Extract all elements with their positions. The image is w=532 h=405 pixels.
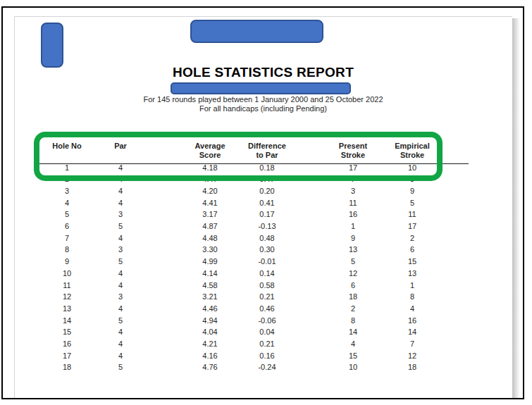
table-cell: 4: [118, 185, 123, 197]
table-cell: 4.14: [202, 268, 217, 280]
table-cell: 4.94: [202, 315, 217, 327]
table-cell: 4.21: [202, 338, 217, 350]
table-cell: 4.99: [202, 256, 217, 268]
table-cell: 0.04: [259, 326, 274, 338]
table-cell: 12: [408, 350, 416, 362]
table-cell: 4: [118, 350, 123, 362]
table-cell: 3: [351, 185, 355, 197]
hole-statistics-table: Hole NoParAverage ScoreDifference to Par…: [0, 0, 532, 405]
table-cell: 8: [351, 315, 355, 327]
table-cell: 9: [65, 256, 69, 268]
table-cell: 3.21: [202, 291, 217, 303]
table-cell: 6: [351, 280, 355, 292]
table-cell: 15: [408, 256, 416, 268]
table-cell: 11: [349, 197, 357, 209]
table-cell: 17: [408, 220, 416, 232]
table-cell: 16: [63, 338, 71, 350]
table-cell: 4.48: [202, 232, 217, 244]
table-cell: 3: [118, 291, 123, 303]
table-cell: 5: [410, 197, 414, 209]
table-cell: 4: [65, 197, 69, 209]
table-cell: 3: [65, 185, 69, 197]
table-cell: 4.87: [202, 220, 217, 232]
table-cell: 4: [118, 303, 123, 315]
table-cell: 4: [118, 232, 123, 244]
table-cell: 12: [63, 291, 71, 303]
table-cell: 0.46: [259, 303, 274, 315]
table-cell: 5: [118, 256, 123, 268]
table-cell: 4.16: [202, 350, 217, 362]
table-cell: 5: [351, 256, 355, 268]
table-cell: 13: [349, 244, 357, 256]
table-cell: 18: [63, 361, 71, 373]
table-cell: 5: [118, 315, 123, 327]
table-cell: -0.01: [258, 256, 276, 268]
table-cell: 0.58: [259, 280, 274, 292]
table-cell: -0.06: [258, 315, 276, 327]
table-cell: 4: [118, 326, 123, 338]
table-cell: 16: [408, 315, 416, 327]
table-cell: 0.16: [259, 350, 274, 362]
table-cell: 4: [118, 338, 123, 350]
table-cell: 9: [351, 232, 355, 244]
table-cell: 6: [65, 220, 69, 232]
table-cell: 4: [118, 268, 123, 280]
table-cell: 10: [63, 268, 71, 280]
table-cell: 0.41: [259, 197, 274, 209]
table-cell: 0.48: [259, 232, 274, 244]
table-cell: 3.30: [202, 244, 217, 256]
screenshot-stage: HOLE STATISTICS REPORT For 145 rounds pl…: [0, 0, 532, 405]
table-cell: 16: [349, 208, 357, 220]
table-cell: 3.17: [202, 208, 217, 220]
table-cell: 11: [408, 208, 416, 220]
table-cell: -0.24: [258, 361, 276, 373]
table-cell: 8: [410, 291, 414, 303]
table-cell: 1: [410, 280, 414, 292]
table-cell: 3: [118, 244, 123, 256]
table-cell: 10: [349, 361, 357, 373]
table-cell: 4: [118, 280, 123, 292]
table-cell: 2: [410, 232, 414, 244]
table-cell: 0.20: [259, 185, 274, 197]
table-cell: 3: [118, 208, 123, 220]
table-cell: 0.21: [259, 291, 274, 303]
table-cell: 0.17: [259, 208, 274, 220]
table-cell: -0.13: [258, 220, 276, 232]
table-cell: 5: [65, 208, 69, 220]
highlight-box: [34, 132, 443, 181]
table-cell: 4.58: [202, 280, 217, 292]
table-cell: 7: [65, 232, 69, 244]
table-cell: 0.14: [259, 268, 274, 280]
table-cell: 4: [410, 303, 414, 315]
table-cell: 18: [349, 291, 357, 303]
table-cell: 4.04: [202, 326, 217, 338]
table-cell: 11: [63, 280, 70, 292]
table-cell: 4.41: [202, 197, 217, 209]
table-cell: 0.30: [259, 244, 274, 256]
table-cell: 12: [349, 268, 357, 280]
table-cell: 5: [118, 220, 123, 232]
table-cell: 15: [63, 326, 71, 338]
table-cell: 7: [410, 338, 414, 350]
table-cell: 5: [118, 361, 123, 373]
table-cell: 15: [349, 350, 357, 362]
table-cell: 4: [351, 338, 355, 350]
table-cell: 8: [65, 244, 69, 256]
table-cell: 4.46: [202, 303, 217, 315]
table-cell: 4.20: [202, 185, 217, 197]
table-cell: 9: [410, 185, 414, 197]
table-cell: 13: [63, 303, 71, 315]
table-cell: 13: [408, 268, 416, 280]
table-cell: 14: [349, 326, 357, 338]
table-cell: 4.76: [202, 361, 217, 373]
table-cell: 1: [351, 220, 355, 232]
table-cell: 4: [118, 197, 123, 209]
table-cell: 0.21: [259, 338, 274, 350]
table-cell: 14: [408, 326, 416, 338]
table-cell: 2: [351, 303, 355, 315]
table-cell: 6: [410, 244, 414, 256]
table-cell: 18: [408, 361, 416, 373]
table-cell: 14: [63, 315, 71, 327]
table-cell: 17: [63, 350, 71, 362]
